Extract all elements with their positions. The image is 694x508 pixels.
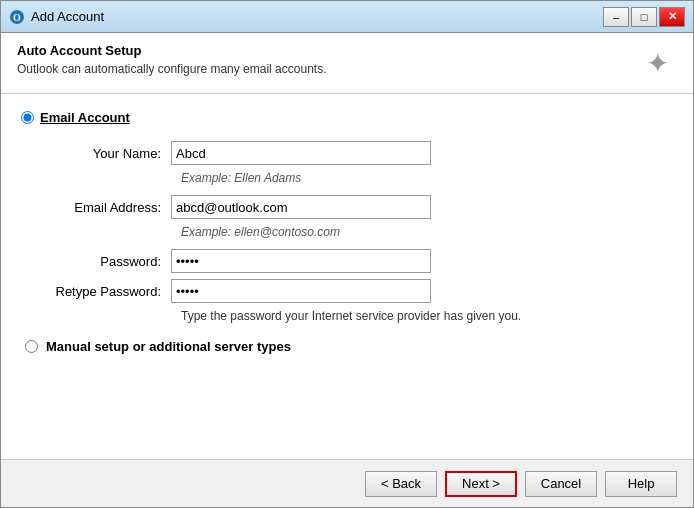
auto-setup-heading: Auto Account Setup <box>17 43 327 58</box>
your-name-row: Your Name: <box>41 141 673 165</box>
your-name-hint: Example: Ellen Adams <box>181 171 301 185</box>
retype-password-label: Retype Password: <box>41 284 171 299</box>
manual-setup-radio[interactable] <box>25 340 38 353</box>
form-section: Your Name: Example: Ellen Adams Email Ad… <box>21 141 673 323</box>
your-name-label: Your Name: <box>41 146 171 161</box>
footer: < Back Next > Cancel Help <box>1 459 693 507</box>
next-button[interactable]: Next > <box>445 471 517 497</box>
help-button[interactable]: Help <box>605 471 677 497</box>
svg-text:O: O <box>13 12 21 23</box>
email-address-label: Email Address: <box>41 200 171 215</box>
maximize-button[interactable]: □ <box>631 7 657 27</box>
outlook-icon: O <box>9 9 25 25</box>
manual-setup-row: Manual setup or additional server types <box>21 339 673 354</box>
auto-setup-text: Auto Account Setup Outlook can automatic… <box>17 43 327 76</box>
password-input[interactable] <box>171 249 431 273</box>
retype-password-row: Retype Password: <box>41 279 673 303</box>
your-name-hint-row: Example: Ellen Adams <box>41 171 673 185</box>
email-address-hint-row: Example: ellen@contoso.com <box>41 225 673 239</box>
manual-setup-label[interactable]: Manual setup or additional server types <box>46 339 291 354</box>
auto-setup-banner: Auto Account Setup Outlook can automatic… <box>1 33 693 94</box>
dialog-content: Auto Account Setup Outlook can automatic… <box>1 33 693 507</box>
close-button[interactable]: ✕ <box>659 7 685 27</box>
main-form: Email Account Your Name: Example: Ellen … <box>1 94 693 459</box>
title-bar-controls: – □ ✕ <box>603 7 685 27</box>
auto-setup-icon: ✦ <box>637 43 677 83</box>
email-address-row: Email Address: <box>41 195 673 219</box>
email-address-input[interactable] <box>171 195 431 219</box>
auto-setup-description: Outlook can automatically configure many… <box>17 62 327 76</box>
title-bar: O Add Account – □ ✕ <box>1 1 693 33</box>
email-address-hint: Example: ellen@contoso.com <box>181 225 340 239</box>
email-account-radio-group: Email Account <box>21 110 673 125</box>
email-account-label[interactable]: Email Account <box>40 110 130 125</box>
your-name-input[interactable] <box>171 141 431 165</box>
retype-password-input[interactable] <box>171 279 431 303</box>
password-row: Password: <box>41 249 673 273</box>
back-button[interactable]: < Back <box>365 471 437 497</box>
password-label: Password: <box>41 254 171 269</box>
email-account-radio[interactable] <box>21 111 34 124</box>
cancel-button[interactable]: Cancel <box>525 471 597 497</box>
password-hint-row: Type the password your Internet service … <box>41 309 673 323</box>
add-account-window: O Add Account – □ ✕ Auto Account Setup O… <box>0 0 694 508</box>
title-bar-left: O Add Account <box>9 9 104 25</box>
password-hint-text: Type the password your Internet service … <box>181 309 521 323</box>
minimize-button[interactable]: – <box>603 7 629 27</box>
window-title: Add Account <box>31 9 104 24</box>
